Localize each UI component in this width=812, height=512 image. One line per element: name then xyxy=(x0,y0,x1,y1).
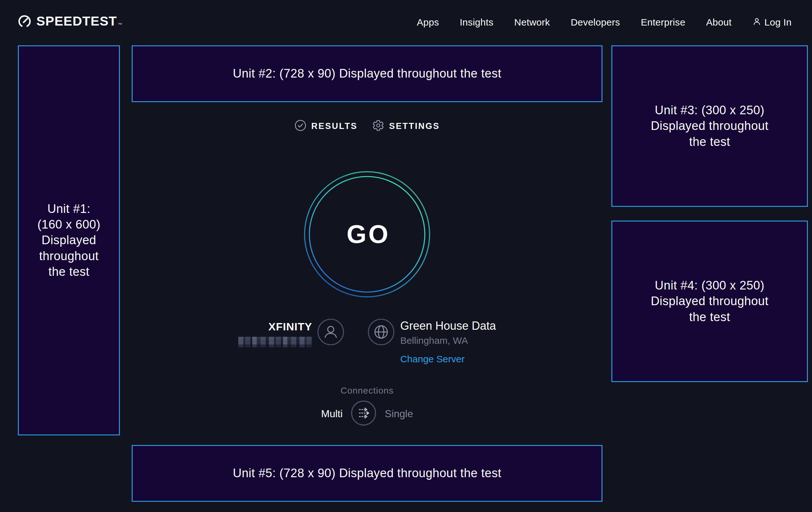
ad-unit-2[interactable]: Unit #2: (728 x 90) Displayed throughout… xyxy=(132,45,603,102)
server-block: Green House Data Bellingham, WA Change S… xyxy=(400,319,496,365)
tab-results[interactable]: RESULTS xyxy=(294,119,357,133)
nav-item-enterprise[interactable]: Enterprise xyxy=(641,17,686,28)
connections-option-multi[interactable]: Multi xyxy=(321,408,343,420)
connections-label: Connections xyxy=(341,385,394,396)
connections-row: Multi xyxy=(321,400,413,427)
tab-settings[interactable]: SETTINGS xyxy=(372,119,440,133)
isp-person-circle-icon xyxy=(317,319,344,347)
login-button[interactable]: Log In xyxy=(752,17,791,28)
connections-option-single[interactable]: Single xyxy=(385,408,413,420)
speedtest-logo[interactable]: SPEEDTEST™ xyxy=(17,14,123,31)
tab-settings-label: SETTINGS xyxy=(389,121,440,131)
nav-item-about[interactable]: About xyxy=(706,17,732,28)
speedtest-gauge-icon xyxy=(17,14,32,30)
multi-connections-arrows-icon xyxy=(351,400,376,427)
ad-unit-3-label: Unit #3: (300 x 250) Displayed throughou… xyxy=(650,103,768,150)
gear-icon xyxy=(372,119,384,133)
change-server-link[interactable]: Change Server xyxy=(400,354,465,365)
connections-toggle[interactable] xyxy=(351,400,376,427)
person-icon xyxy=(752,17,761,28)
logo-wordmark: SPEEDTEST™ xyxy=(36,14,123,31)
nav-menu: Apps Insights Network Developers Enterpr… xyxy=(417,17,791,28)
tabs-row: RESULTS SETTINGS xyxy=(294,119,440,133)
tab-results-label: RESULTS xyxy=(311,121,357,131)
ad-unit-4[interactable]: Unit #4: (300 x 250) Displayed throughou… xyxy=(611,221,808,382)
isp-block: XFINITY xyxy=(238,321,312,347)
server-name: Green House Data xyxy=(400,319,496,332)
ad-unit-4-label: Unit #4: (300 x 250) Displayed throughou… xyxy=(650,278,768,325)
nav-item-apps[interactable]: Apps xyxy=(417,17,439,28)
nav-item-insights[interactable]: Insights xyxy=(460,17,493,28)
center-column: Unit #2: (728 x 90) Displayed throughout… xyxy=(132,45,603,502)
nav-item-developers[interactable]: Developers xyxy=(571,17,620,28)
go-button-label: GO xyxy=(303,170,431,298)
connection-info-row: XFINITY xyxy=(238,319,496,365)
login-label: Log In xyxy=(764,17,791,28)
ad-unit-1-label: Unit #1: (160 x 600) Displayed throughou… xyxy=(37,201,100,280)
ad-unit-3[interactable]: Unit #3: (300 x 250) Displayed throughou… xyxy=(611,45,808,207)
go-button[interactable]: GO xyxy=(303,170,431,298)
trademark-symbol: ™ xyxy=(118,22,123,27)
top-nav-bar: SPEEDTEST™ Apps Insights Network Develop… xyxy=(0,0,812,45)
ip-address-redacted xyxy=(238,337,312,347)
speedtest-page: SPEEDTEST™ Apps Insights Network Develop… xyxy=(0,0,812,512)
ad-unit-5[interactable]: Unit #5: (728 x 90) Displayed throughout… xyxy=(132,445,603,502)
right-ad-column: Unit #3: (300 x 250) Displayed throughou… xyxy=(611,45,808,382)
ad-unit-2-label: Unit #2: (728 x 90) Displayed throughout… xyxy=(233,66,501,81)
nav-item-network[interactable]: Network xyxy=(514,17,550,28)
server-location: Bellingham, WA xyxy=(400,335,496,346)
ad-unit-5-label: Unit #5: (728 x 90) Displayed throughout… xyxy=(233,465,501,481)
left-ad-column: Unit #1: (160 x 600) Displayed throughou… xyxy=(18,45,120,435)
ad-unit-1[interactable]: Unit #1: (160 x 600) Displayed throughou… xyxy=(18,45,120,435)
isp-name: XFINITY xyxy=(238,321,312,333)
main-content: Unit #1: (160 x 600) Displayed throughou… xyxy=(0,45,812,502)
check-circle-icon xyxy=(294,119,307,133)
server-globe-circle-icon xyxy=(368,319,395,347)
